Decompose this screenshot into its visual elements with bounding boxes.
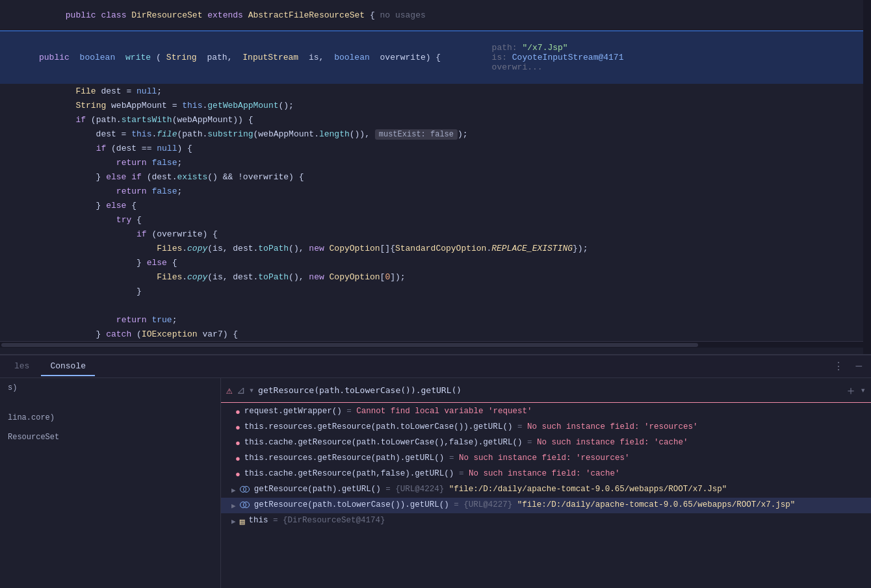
code-line: } else if (dest.exists() && !overwrite) … xyxy=(0,170,871,184)
settings-icon[interactable]: ⋮ xyxy=(829,359,848,374)
bottom-panel: les Console ⋮ — s) lina.core) ResourceSe… xyxy=(0,355,871,588)
code-line: if (path.startsWith(webAppMount)) { xyxy=(0,112,871,127)
error-badge-icon: ● xyxy=(235,423,240,433)
toolbar-right: ⋮ — xyxy=(829,359,866,374)
keyword-class: class xyxy=(101,10,131,20)
sidebar-item-resourceset[interactable]: ResourceSet xyxy=(0,430,220,444)
expand-icon[interactable]: ▶ xyxy=(231,517,236,526)
code-line: } catch (IOException var7) { xyxy=(0,327,871,341)
console-input-field[interactable] xyxy=(258,385,840,395)
result-item-cache2[interactable]: ● this.cache.getResource(path,false).get… xyxy=(221,467,871,482)
code-line: return false; xyxy=(0,155,871,170)
result-text: this.resources.getResource(path).getURL(… xyxy=(244,454,866,463)
code-line: } xyxy=(0,284,871,298)
chevron-right-icon[interactable]: ▾ xyxy=(861,385,866,396)
vertical-scrollbar[interactable] xyxy=(863,0,871,354)
sidebar-item[interactable] xyxy=(0,400,220,405)
filter-icon[interactable]: ⊿ xyxy=(237,384,245,397)
tab-console[interactable]: Console xyxy=(41,357,95,376)
sidebar-item[interactable] xyxy=(0,405,220,411)
class-name: DirResourceSet xyxy=(131,10,207,20)
object-icon xyxy=(240,501,250,507)
tab-les[interactable]: les xyxy=(5,357,38,376)
error-badge-icon: ● xyxy=(235,439,240,448)
result-item-cache1[interactable]: ● this.cache.getResource(path.toLowerCas… xyxy=(221,435,871,451)
code-line: Files.copy(is, dest.toPath(), new CopyOp… xyxy=(0,241,871,255)
method-header: public boolean write ( String path, Inpu… xyxy=(0,31,871,84)
error-badge-icon: ● xyxy=(235,454,240,464)
console-sidebar: s) lina.core) ResourceSet xyxy=(0,378,221,588)
result-item-resources2[interactable]: ● this.resources.getResource(path).getUR… xyxy=(221,451,871,467)
keyword-extends: extends xyxy=(207,10,248,20)
sidebar-item[interactable]: s) xyxy=(0,381,220,395)
code-line: return false; xyxy=(0,184,871,198)
add-watch-button[interactable]: ＋ xyxy=(845,383,857,398)
code-line: Files.copy(is, dest.toPath(), new CopyOp… xyxy=(0,270,871,284)
info-oo-icon xyxy=(240,485,250,492)
info-oo-icon xyxy=(240,501,250,507)
code-line: return true; xyxy=(0,313,871,327)
code-line: String webAppMount = this.getWebAppMount… xyxy=(0,98,871,112)
sidebar-item[interactable] xyxy=(0,425,220,430)
code-line: if (dest == null) { xyxy=(0,141,871,155)
console-input-bar: ⚠ ⊿ ▾ ＋ ▾ xyxy=(221,378,871,403)
object-icon xyxy=(240,485,250,492)
console-area: s) lina.core) ResourceSet ⚠ ⊿ ▾ ＋ ▾ xyxy=(0,378,871,588)
code-line xyxy=(0,298,871,313)
expand-icon[interactable]: ▶ xyxy=(231,502,236,510)
result-item-get-url1[interactable]: ▶ getResource(path).getURL() = {URL@4224… xyxy=(221,482,871,498)
result-text: this.cache.getResource(path,false).getUR… xyxy=(244,469,866,478)
keyword-public: public xyxy=(66,10,101,20)
code-line: File dest = null; xyxy=(0,84,871,98)
result-item-request[interactable]: ● request.getWrapper() = Cannot find loc… xyxy=(221,404,871,420)
no-usages-comment: no usages xyxy=(380,10,426,20)
sidebar-item-lina[interactable]: lina.core) xyxy=(0,411,220,425)
result-item-this[interactable]: ▶ ▤ this = {DirResourceSet@4174} xyxy=(221,513,871,530)
close-panel-icon[interactable]: — xyxy=(852,359,866,374)
result-text: request.getWrapper() = Cannot find local… xyxy=(244,407,866,416)
code-line: try { xyxy=(0,212,871,227)
result-text: this.resources.getResource(path.toLowerC… xyxy=(244,422,866,431)
sidebar-item[interactable] xyxy=(0,395,220,400)
chevron-down-icon[interactable]: ▾ xyxy=(249,385,254,396)
class-header-line: public class DirResourceSet extends Abst… xyxy=(0,0,871,31)
db-icon: ▤ xyxy=(240,517,245,527)
console-main: ⚠ ⊿ ▾ ＋ ▾ ● request.getWrapper() = Canno… xyxy=(221,378,871,588)
error-icon: ⚠ xyxy=(226,384,233,397)
error-badge-icon: ● xyxy=(235,470,240,479)
result-text: this.cache.getResource(path.toLowerCase(… xyxy=(244,438,866,447)
results-area: ● request.getWrapper() = Cannot find loc… xyxy=(221,403,871,588)
expand-icon[interactable]: ▶ xyxy=(231,486,236,494)
error-badge-icon: ● xyxy=(235,407,240,417)
code-line: } else { xyxy=(0,198,871,212)
code-line-hint: dest = this.file(path.substring(webAppMo… xyxy=(0,127,871,141)
extends-class: AbstractFileResourceSet xyxy=(248,10,365,20)
result-text: this = {DirResourceSet@4174} xyxy=(248,516,866,525)
code-line: } else { xyxy=(0,255,871,270)
result-text: getResource(path).getURL() = {URL@4224} … xyxy=(254,485,866,494)
code-line: if (overwrite) { xyxy=(0,227,871,241)
result-item-get-url2[interactable]: ▶ getResource(path.toLowerCase()).getURL… xyxy=(221,498,871,513)
editor-area: public class DirResourceSet extends Abst… xyxy=(0,0,871,354)
horizontal-scrollbar[interactable] xyxy=(0,341,871,348)
result-item-resources1[interactable]: ● this.resources.getResource(path.toLowe… xyxy=(221,420,871,435)
param-hint: mustExist: false xyxy=(375,129,458,140)
tab-bar: les Console ⋮ — xyxy=(0,355,871,378)
scrollbar-thumb[interactable] xyxy=(1,343,698,347)
result-text: getResource(path.toLowerCase()).getURL()… xyxy=(254,500,866,509)
